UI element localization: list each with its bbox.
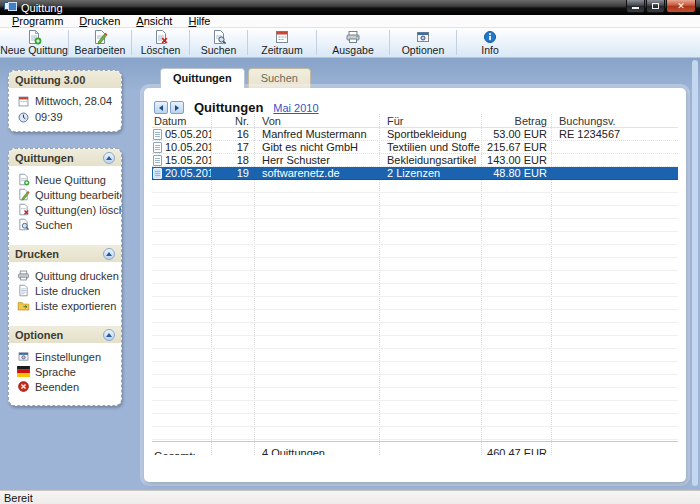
sidebar-item-einstellungen[interactable]: Einstellungen — [9, 349, 121, 364]
sidebar-item-quittung-bearbeiten[interactable]: Quittung bearbeiten — [9, 187, 121, 202]
status-bar: Bereit — [0, 490, 700, 504]
empty-rows-area — [152, 180, 678, 441]
menu-hilfe[interactable]: Hilfe — [180, 15, 218, 27]
app-window: Quittung ✕ Programm Drucken Ansicht Hilf… — [0, 0, 700, 504]
menu-ansicht[interactable]: Ansicht — [128, 15, 180, 27]
tab-quittungen[interactable]: Quittungen — [160, 68, 245, 88]
collapse-button[interactable] — [103, 329, 115, 341]
info-icon — [482, 29, 498, 45]
previous-month-button[interactable] — [154, 101, 168, 114]
chevron-left-icon — [159, 105, 163, 111]
chevron-right-icon — [175, 105, 179, 111]
clock-icon — [17, 111, 30, 124]
delete-button[interactable]: Löschen — [132, 28, 189, 57]
version-info-box: Quittung 3.00 Mittwoch, 28.04 09:39 — [8, 70, 122, 132]
tab-strip: Quittungen Suchen — [160, 68, 311, 88]
sidebar: Quittung 3.00 Mittwoch, 28.04 09:39 Quit… — [0, 58, 130, 490]
receipt-doc-icon — [153, 142, 162, 153]
receipts-table: Datum Nr. Von Für Betrag Buchungsv. 05.0… — [152, 114, 678, 455]
page-delete-icon — [153, 29, 169, 45]
section-header-drucken: Drucken — [9, 245, 121, 262]
receipt-doc-icon — [153, 168, 162, 179]
receipt-doc-icon — [153, 129, 162, 140]
sidebar-item-sprache[interactable]: Sprache — [9, 364, 121, 379]
column-header-fuer[interactable]: Für — [379, 114, 481, 127]
toolbar-label: Optionen — [402, 45, 445, 56]
output-button[interactable]: Ausgabe — [317, 28, 389, 57]
current-time: 09:39 — [35, 111, 63, 123]
column-header-von[interactable]: Von — [254, 114, 379, 127]
total-amount: 460.47 EUR — [481, 447, 551, 455]
search-button[interactable]: Suchen — [190, 28, 247, 57]
printer-icon — [345, 29, 361, 45]
menu-drucken[interactable]: Drucken — [71, 15, 128, 27]
edit-button[interactable]: Bearbeiten — [69, 28, 131, 57]
page-search-icon — [211, 29, 227, 45]
column-header-datum[interactable]: Datum — [152, 114, 211, 127]
menu-programm[interactable]: Programm — [4, 15, 71, 27]
main-area: Quittungen Suchen Quittungen Mai 2010 — [130, 58, 700, 490]
content-panel: Quittungen Mai 2010 Datum Nr. Von Für Be… — [144, 88, 686, 482]
close-button[interactable]: ✕ — [666, 0, 696, 13]
toolbar-label: Ausgabe — [332, 45, 373, 56]
toolbar: Neue Quittung Bearbeiten Löschen Suchen … — [0, 28, 700, 58]
minimize-button[interactable] — [626, 0, 645, 13]
sidebar-item-neue-quittung[interactable]: Neue Quittung — [9, 172, 121, 187]
table-row-selected[interactable]: 20.05.2010 19 softwarenetz.de 2 Lizenzen… — [152, 167, 678, 180]
sidebar-item-suchen[interactable]: Suchen — [9, 217, 121, 232]
next-month-button[interactable] — [170, 101, 184, 114]
new-receipt-button[interactable]: Neue Quittung — [0, 28, 68, 57]
german-flag-icon — [17, 366, 30, 377]
table-row[interactable]: 10.05.2010 17 Gibt es nicht GmbH Textili… — [152, 141, 678, 154]
task-pane: Quittungen Neue Quittung Quittung bearbe… — [8, 148, 122, 406]
period-link[interactable]: Mai 2010 — [273, 102, 318, 114]
toolbar-label: Info — [481, 45, 499, 56]
current-date: Mittwoch, 28.04 — [35, 95, 112, 107]
status-text: Bereit — [4, 492, 33, 504]
sidebar-item-quittung-drucken[interactable]: Quittung drucken — [9, 268, 121, 283]
search-icon — [17, 218, 30, 231]
title-bar: Quittung ✕ — [0, 0, 700, 15]
folder-export-icon — [17, 299, 30, 312]
app-version-label: Quittung 3.00 — [15, 74, 85, 86]
column-header-nr[interactable]: Nr. — [211, 114, 254, 127]
column-header-betrag[interactable]: Betrag — [481, 114, 551, 127]
column-header-buchungsv[interactable]: Buchungsv. — [551, 114, 678, 127]
page-edit-icon — [92, 29, 108, 45]
toolbar-label: Bearbeiten — [75, 45, 126, 56]
menu-bar: Programm Drucken Ansicht Hilfe — [0, 15, 700, 28]
toolbar-label: Zeitraum — [261, 45, 302, 56]
calendar-icon — [17, 95, 30, 108]
collapse-button[interactable] — [103, 248, 115, 260]
sidebar-item-liste-drucken[interactable]: Liste drucken — [9, 283, 121, 298]
total-label: Gesamt: — [152, 447, 211, 455]
table-row[interactable]: 15.05.2010 18 Herr Schuster Bekleidungsa… — [152, 154, 678, 167]
options-window-icon — [415, 29, 431, 45]
tab-suchen[interactable]: Suchen — [248, 68, 311, 88]
quit-icon — [17, 380, 30, 393]
period-button[interactable]: Zeitraum — [248, 28, 316, 57]
settings-window-icon — [17, 350, 30, 363]
receipt-doc-icon — [153, 155, 162, 166]
calendar-icon — [274, 29, 290, 45]
options-button[interactable]: Optionen — [390, 28, 456, 57]
page-add-icon — [17, 173, 30, 186]
page-edit-icon — [17, 188, 30, 201]
collapse-button[interactable] — [103, 152, 115, 164]
table-row[interactable]: 05.05.2010 16 Manfred Mustermann Sportbe… — [152, 128, 678, 141]
toolbar-label: Löschen — [141, 45, 181, 56]
page-delete-icon — [17, 203, 30, 216]
sidebar-item-liste-exportieren[interactable]: Liste exportieren — [9, 298, 121, 313]
window-title: Quittung — [21, 2, 63, 14]
sidebar-item-quittung-loeschen[interactable]: Quittung(en) löschen — [9, 202, 121, 217]
page-icon — [17, 284, 30, 297]
table-footer: Gesamt: 4 Quittungen 460.47 EUR — [152, 441, 678, 455]
app-icon — [4, 2, 17, 13]
sidebar-item-beenden[interactable]: Beenden — [9, 379, 121, 394]
receipt-count: 4 Quittungen — [254, 447, 379, 455]
page-add-icon — [26, 29, 42, 45]
app-body: Quittung 3.00 Mittwoch, 28.04 09:39 Quit… — [0, 58, 700, 490]
printer-icon — [17, 269, 30, 282]
info-button[interactable]: Info — [457, 28, 523, 57]
maximize-button[interactable] — [646, 0, 665, 13]
